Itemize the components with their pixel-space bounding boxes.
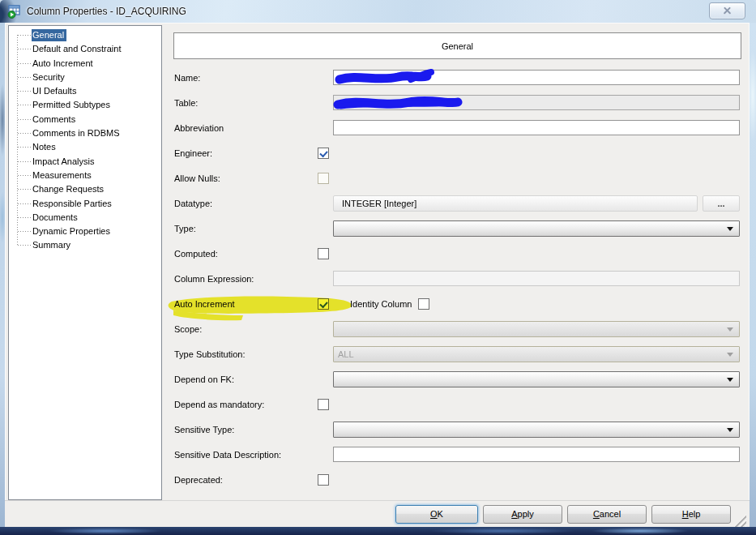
sidebar-item-general[interactable]: General bbox=[9, 28, 161, 42]
window-frame-bottom bbox=[0, 527, 756, 535]
type-substitution-value: ALL bbox=[334, 349, 354, 359]
check-icon bbox=[319, 148, 327, 157]
abbreviation-input[interactable] bbox=[333, 120, 740, 135]
depend-on-fk-select[interactable] bbox=[333, 371, 740, 387]
sidebar-item-measurements[interactable]: Measurements bbox=[9, 169, 161, 182]
sensitive-data-description-input[interactable] bbox=[333, 447, 740, 462]
field-row-auto-increment: Auto Increment Identity Column bbox=[165, 291, 748, 316]
window-title: Column Properties - ID_ACQUIRING bbox=[27, 6, 186, 17]
section-header: General bbox=[173, 32, 741, 59]
sidebar-item-auto-increment[interactable]: Auto Increment bbox=[9, 57, 161, 71]
scope-label: Scope: bbox=[165, 324, 333, 334]
sidebar-item-permitted-subtypes[interactable]: Permitted Subtypes bbox=[9, 98, 161, 112]
titlebar[interactable]: Column Properties - ID_ACQUIRING bbox=[0, 0, 756, 24]
type-select[interactable] bbox=[333, 220, 740, 237]
type-substitution-select[interactable]: ALL bbox=[333, 346, 740, 362]
computed-checkbox[interactable] bbox=[318, 248, 329, 259]
sensitive-type-select[interactable] bbox=[333, 422, 740, 438]
datatype-browse-button[interactable]: ... bbox=[703, 195, 740, 212]
field-row-computed: Computed: bbox=[165, 241, 748, 266]
auto-increment-checkbox[interactable] bbox=[318, 298, 329, 310]
type-label: Type: bbox=[165, 224, 333, 233]
field-row-abbreviation: Abbreviation bbox=[165, 115, 748, 140]
computed-label: Computed: bbox=[165, 249, 333, 259]
form: Name: Table: bbox=[165, 65, 748, 492]
sidebar-item-comments-in-rdbms[interactable]: Comments in RDBMS bbox=[9, 126, 161, 140]
chevron-down-icon bbox=[727, 428, 733, 432]
deprecated-label: Deprecated: bbox=[165, 475, 333, 485]
close-icon bbox=[722, 6, 732, 15]
section-title: General bbox=[442, 41, 473, 51]
cancel-button[interactable]: Cancel bbox=[567, 505, 647, 524]
column-expression-label: Column Expression: bbox=[165, 274, 333, 284]
deprecated-checkbox[interactable] bbox=[318, 474, 329, 486]
engineer-label: Engineer: bbox=[165, 148, 333, 158]
main-panel: General Name: Table: bbox=[165, 24, 748, 500]
help-button[interactable]: Help bbox=[651, 505, 731, 524]
identity-column-label: Identity Column bbox=[350, 299, 412, 309]
sidebar-item-dynamic-properties[interactable]: Dynamic Properties bbox=[9, 225, 161, 238]
sidebar-item-impact-analysis[interactable]: Impact Analysis bbox=[9, 155, 161, 169]
sidebar-item-responsible-parties[interactable]: Responsible Parties bbox=[9, 197, 161, 211]
sidebar-item-notes[interactable]: Notes bbox=[9, 140, 161, 154]
field-row-sensitive-type: Sensitive Type: bbox=[165, 417, 748, 442]
field-row-sensitive-data-description: Sensitive Data Description: bbox=[165, 442, 748, 467]
allow-nulls-label: Allow Nulls: bbox=[165, 173, 333, 183]
allow-nulls-checkbox[interactable] bbox=[318, 173, 329, 184]
table-icon bbox=[7, 5, 21, 19]
datatype-value-bar[interactable]: INTEGER [Integer] bbox=[333, 195, 698, 212]
field-row-depend-on-fk: Depend on FK: bbox=[165, 366, 748, 392]
scope-select[interactable] bbox=[333, 321, 740, 337]
depend-as-mandatory-checkbox[interactable] bbox=[318, 399, 329, 410]
column-expression-input[interactable] bbox=[333, 271, 740, 286]
datatype-value: INTEGER [Integer] bbox=[342, 199, 416, 208]
column-properties-dialog: Column Properties - ID_ACQUIRING General… bbox=[0, 0, 756, 535]
depend-as-mandatory-label: Depend as mandatory: bbox=[165, 400, 333, 409]
sensitive-data-description-label: Sensitive Data Description: bbox=[165, 450, 333, 460]
resize-grip[interactable] bbox=[734, 515, 746, 527]
identity-column-checkbox[interactable] bbox=[418, 298, 429, 310]
sensitive-type-label: Sensitive Type: bbox=[165, 425, 333, 434]
field-row-deprecated: Deprecated: bbox=[165, 467, 748, 492]
sidebar-item-change-requests[interactable]: Change Requests bbox=[9, 182, 161, 196]
field-row-depend-as-mandatory: Depend as mandatory: bbox=[165, 392, 748, 417]
abbreviation-label: Abbreviation bbox=[165, 123, 333, 133]
sidebar-item-summary[interactable]: Summary bbox=[9, 238, 161, 252]
apply-button[interactable]: Apply bbox=[483, 505, 562, 524]
check-icon bbox=[319, 299, 327, 308]
chevron-down-icon bbox=[727, 378, 733, 382]
sidebar-item-security[interactable]: Security bbox=[9, 71, 161, 84]
table-input[interactable] bbox=[333, 95, 740, 110]
auto-increment-label: Auto Increment bbox=[165, 299, 333, 309]
chevron-down-icon bbox=[727, 227, 733, 231]
field-row-datatype: Datatype: INTEGER [Integer] ... bbox=[165, 190, 748, 216]
field-row-type: Type: bbox=[165, 216, 748, 241]
sidebar-item-default-and-constraint[interactable]: Default and Constraint bbox=[9, 42, 161, 56]
field-row-allow-nulls: Allow Nulls: bbox=[165, 165, 748, 190]
window-frame-right bbox=[750, 23, 756, 527]
field-row-engineer: Engineer: bbox=[165, 140, 748, 165]
field-row-table: Table: bbox=[165, 90, 748, 115]
chevron-down-icon bbox=[727, 353, 733, 357]
type-substitution-label: Type Substitution: bbox=[165, 349, 333, 359]
datatype-label: Datatype: bbox=[165, 199, 333, 208]
field-row-name: Name: bbox=[165, 65, 748, 90]
dialog-body: General Default and Constraint Auto Incr… bbox=[5, 23, 750, 527]
sidebar-item-ui-defaults[interactable]: UI Defaults bbox=[9, 84, 161, 98]
table-label: Table: bbox=[165, 98, 333, 108]
field-row-type-substitution: Type Substitution: ALL bbox=[165, 341, 748, 366]
name-input[interactable] bbox=[333, 70, 740, 85]
chevron-down-icon bbox=[727, 327, 733, 332]
depend-on-fk-label: Depend on FK: bbox=[165, 374, 333, 384]
sidebar-item-comments[interactable]: Comments bbox=[9, 113, 161, 126]
field-row-column-expression: Column Expression: bbox=[165, 266, 748, 291]
sidebar-nav: General Default and Constraint Auto Incr… bbox=[8, 25, 162, 500]
button-bar: OK Apply Cancel Help bbox=[5, 500, 750, 527]
close-button[interactable] bbox=[709, 2, 745, 19]
sidebar-item-documents[interactable]: Documents bbox=[9, 211, 161, 225]
field-row-scope: Scope: bbox=[165, 316, 748, 341]
ok-button[interactable]: OK bbox=[395, 505, 478, 524]
name-label: Name: bbox=[165, 73, 333, 83]
engineer-checkbox[interactable] bbox=[318, 148, 329, 159]
